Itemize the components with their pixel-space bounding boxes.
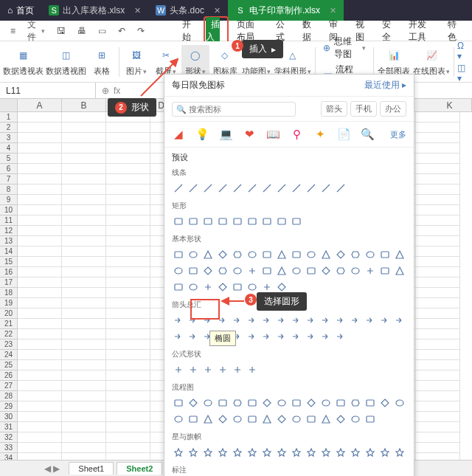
shape-item[interactable] bbox=[305, 396, 318, 410]
fav-icon[interactable]: 📖 bbox=[266, 128, 280, 141]
shape-item[interactable] bbox=[364, 264, 377, 277]
row-header[interactable]: 6 bbox=[0, 164, 18, 174]
shape-item[interactable] bbox=[349, 396, 362, 410]
pivot-table-button[interactable]: ▦数据透视表 bbox=[3, 45, 44, 78]
shape-item[interactable] bbox=[187, 330, 200, 343]
shape-item[interactable] bbox=[349, 413, 362, 426]
shape-item[interactable] bbox=[378, 248, 392, 261]
shape-item[interactable] bbox=[231, 446, 244, 459]
shape-item[interactable] bbox=[319, 264, 333, 277]
fx-icon[interactable]: fx bbox=[114, 86, 120, 96]
shape-item[interactable] bbox=[260, 314, 274, 327]
shape-item[interactable] bbox=[246, 280, 259, 294]
shape-item[interactable] bbox=[172, 248, 185, 261]
shape-item[interactable] bbox=[305, 446, 318, 459]
doc-tab-1[interactable]: S出入库表格.xlsx✕ bbox=[41, 0, 148, 21]
row-header[interactable]: 30 bbox=[0, 412, 18, 422]
shape-item[interactable] bbox=[260, 215, 274, 228]
print-icon[interactable]: 🖶 bbox=[73, 24, 91, 38]
shape-item[interactable] bbox=[172, 330, 185, 343]
row-header[interactable]: 25 bbox=[0, 360, 18, 370]
shape-item[interactable] bbox=[334, 396, 347, 410]
search-input[interactable] bbox=[172, 102, 296, 117]
row-header[interactable]: 1 bbox=[0, 112, 18, 123]
shape-item[interactable] bbox=[187, 182, 200, 195]
shape-item[interactable] bbox=[201, 280, 215, 294]
shape-item[interactable] bbox=[172, 413, 185, 426]
row-header[interactable]: 27 bbox=[0, 381, 18, 391]
row-header[interactable]: 12 bbox=[0, 226, 18, 236]
shape-item[interactable] bbox=[216, 363, 229, 376]
row-header[interactable]: 7 bbox=[0, 174, 18, 184]
row-header[interactable]: 9 bbox=[0, 195, 18, 205]
shape-item[interactable] bbox=[260, 446, 274, 459]
shape-item[interactable] bbox=[275, 264, 288, 277]
shape-item[interactable] bbox=[216, 280, 229, 294]
shape-item[interactable] bbox=[305, 413, 318, 426]
shape-item[interactable] bbox=[187, 264, 200, 277]
shape-item[interactable] bbox=[187, 280, 200, 294]
shape-item[interactable] bbox=[305, 330, 318, 343]
shape-item[interactable] bbox=[187, 446, 200, 459]
col-header[interactable]: K bbox=[428, 99, 472, 111]
shape-item[interactable] bbox=[319, 248, 333, 261]
shape-item[interactable] bbox=[290, 264, 303, 277]
shape-item[interactable] bbox=[334, 330, 347, 343]
col-header[interactable]: A bbox=[18, 99, 62, 111]
shape-item[interactable] bbox=[246, 330, 259, 343]
shape-item[interactable] bbox=[319, 446, 333, 459]
shape-item[interactable] bbox=[201, 446, 215, 459]
row-header[interactable]: 16 bbox=[0, 267, 18, 277]
shape-item[interactable] bbox=[187, 363, 200, 376]
sheet-tab-1[interactable]: Sheet1 bbox=[69, 462, 114, 475]
shape-item[interactable] bbox=[349, 264, 362, 277]
shape-item[interactable] bbox=[231, 248, 244, 261]
shape-item[interactable] bbox=[201, 248, 215, 261]
shape-item[interactable] bbox=[305, 182, 318, 195]
shape-item[interactable] bbox=[187, 396, 200, 410]
fav-icon[interactable]: ❤ bbox=[243, 128, 256, 141]
shape-item[interactable] bbox=[246, 396, 259, 410]
row-header[interactable]: 5 bbox=[0, 154, 18, 164]
shape-item[interactable] bbox=[349, 248, 362, 261]
row-header[interactable]: 29 bbox=[0, 401, 18, 412]
shape-item[interactable] bbox=[260, 248, 274, 261]
shape-item[interactable] bbox=[201, 363, 215, 376]
row-header[interactable]: 4 bbox=[0, 143, 18, 154]
shape-item[interactable] bbox=[393, 446, 406, 459]
row-header[interactable]: 28 bbox=[0, 391, 18, 401]
fav-icon[interactable]: ✦ bbox=[313, 128, 327, 141]
shape-item[interactable] bbox=[290, 314, 303, 327]
shape-item[interactable] bbox=[172, 396, 185, 410]
row-header[interactable]: 20 bbox=[0, 308, 18, 319]
close-icon[interactable]: ✕ bbox=[330, 6, 336, 15]
shape-item[interactable] bbox=[378, 446, 392, 459]
shape-item[interactable] bbox=[290, 182, 303, 195]
shape-item[interactable] bbox=[364, 248, 377, 261]
shape-item[interactable] bbox=[201, 182, 215, 195]
shape-item[interactable] bbox=[334, 446, 347, 459]
shape-item[interactable] bbox=[275, 182, 288, 195]
chip-office[interactable]: 办公 bbox=[380, 101, 406, 117]
shape-item[interactable] bbox=[290, 396, 303, 410]
shape-item[interactable] bbox=[275, 248, 288, 261]
shape-item[interactable] bbox=[201, 264, 215, 277]
row-header[interactable]: 21 bbox=[0, 319, 18, 329]
shape-item[interactable] bbox=[216, 413, 229, 426]
shape-item[interactable] bbox=[231, 314, 244, 327]
shape-item[interactable] bbox=[260, 396, 274, 410]
shape-item[interactable] bbox=[364, 446, 377, 459]
shape-item[interactable] bbox=[246, 215, 259, 228]
row-header[interactable]: 2 bbox=[0, 123, 18, 133]
shape-item[interactable] bbox=[393, 264, 406, 277]
row-header[interactable]: 17 bbox=[0, 277, 18, 288]
shape-item[interactable] bbox=[290, 330, 303, 343]
shape-item[interactable] bbox=[216, 248, 229, 261]
row-header[interactable]: 33 bbox=[0, 443, 18, 453]
shape-item[interactable] bbox=[231, 215, 244, 228]
shape-item[interactable] bbox=[201, 413, 215, 426]
chip-arrow[interactable]: 箭头 bbox=[321, 101, 347, 117]
shape-item[interactable] bbox=[275, 330, 288, 343]
close-icon[interactable]: ✕ bbox=[134, 6, 141, 15]
shape-item[interactable] bbox=[319, 413, 333, 426]
